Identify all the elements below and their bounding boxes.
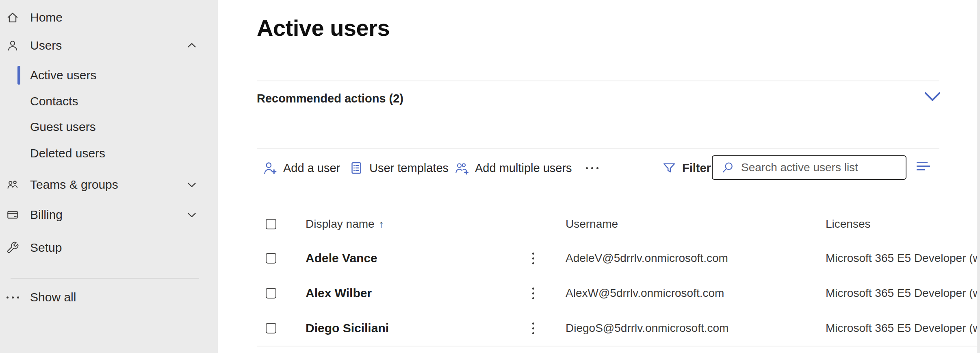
wrench-icon — [6, 241, 20, 255]
section-divider — [257, 81, 939, 81]
search-icon — [721, 161, 735, 174]
column-header-display-name[interactable]: Display name — [306, 218, 375, 231]
filter-funnel-icon — [661, 160, 677, 176]
sidebar-item-active-users[interactable]: Active users — [0, 62, 218, 89]
sidebar-item-label: Teams & groups — [30, 178, 118, 192]
chevron-down-icon — [924, 91, 941, 102]
table-row[interactable]: Diego Siciliani DiegoS@5drrlv.onmicrosof… — [257, 311, 978, 346]
column-header-licenses[interactable]: Licenses — [826, 218, 871, 231]
ellipsis-vertical-icon[interactable] — [530, 285, 537, 302]
sidebar-item-label: Billing — [30, 208, 63, 222]
sidebar-item-label: Guest users — [30, 120, 96, 134]
scrollbar-track[interactable] — [977, 0, 980, 353]
add-multiple-users-icon — [454, 160, 470, 176]
row-checkbox[interactable] — [266, 288, 276, 299]
sidebar-item-label: Setup — [30, 241, 62, 255]
sidebar-item-label: Show all — [30, 290, 76, 304]
toolbar-button-label: Add multiple users — [475, 161, 572, 175]
user-username: AlexW@5drrlv.onmicrosoft.com — [566, 287, 724, 300]
sidebar-item-users[interactable]: Users — [0, 32, 218, 59]
table-header-row: Display name ↑ Username Licenses — [257, 207, 978, 241]
toolbar-button-label: User templates — [369, 161, 449, 175]
row-divider — [257, 346, 978, 346]
user-licenses: Microsoft 365 E5 Developer (without — [826, 322, 978, 335]
table-row[interactable]: Adele Vance AdeleV@5drrlv.onmicrosoft.co… — [257, 241, 978, 276]
sidebar-item-show-all[interactable]: Show all — [0, 284, 218, 311]
user-display-name[interactable]: Alex Wilber — [306, 286, 372, 300]
billing-icon — [6, 208, 20, 222]
row-checkbox[interactable] — [266, 323, 276, 333]
ellipsis-vertical-icon[interactable] — [530, 250, 537, 267]
add-multiple-users-button[interactable]: Add multiple users — [454, 156, 572, 180]
user-licenses: Microsoft 365 E5 Developer (without — [826, 252, 978, 265]
user-username: DiegoS@5drrlv.onmicrosoft.com — [566, 322, 728, 335]
column-header-username[interactable]: Username — [566, 218, 618, 231]
home-icon — [6, 11, 20, 24]
section-divider — [257, 148, 939, 149]
toolbar-button-label: Add a user — [283, 161, 340, 175]
user-username: AdeleV@5drrlv.onmicrosoft.com — [566, 252, 728, 265]
ellipsis-horizontal-icon — [584, 160, 600, 176]
selected-indicator — [17, 66, 20, 85]
sort-ascending-icon: ↑ — [379, 218, 384, 231]
user-display-name[interactable]: Adele Vance — [306, 251, 377, 265]
search-box — [712, 155, 906, 180]
sidebar-item-label: Deleted users — [30, 146, 105, 160]
select-all-checkbox[interactable] — [266, 219, 276, 229]
sidebar-item-deleted-users[interactable]: Deleted users — [0, 140, 218, 167]
ellipsis-vertical-icon[interactable] — [530, 320, 537, 337]
row-checkbox[interactable] — [266, 253, 276, 264]
sidebar-item-setup[interactable]: Setup — [0, 234, 218, 261]
sidebar-item-label: Users — [30, 39, 62, 52]
add-user-icon — [262, 160, 278, 176]
user-display-name[interactable]: Diego Siciliani — [306, 321, 389, 335]
chevron-up-icon — [185, 39, 198, 52]
sidebar-item-label: Active users — [30, 68, 96, 82]
user-licenses: Microsoft 365 E5 Developer (without — [826, 287, 978, 300]
page-title: Active users — [257, 15, 390, 41]
sidebar-item-label: Home — [30, 11, 63, 24]
recommended-actions-expand-button[interactable] — [924, 91, 941, 102]
user-icon — [6, 39, 20, 52]
user-templates-button[interactable]: User templates — [349, 156, 449, 180]
ellipsis-horizontal-icon — [6, 290, 20, 304]
filter-button-label: Filter — [682, 161, 711, 175]
sidebar-item-label: Contacts — [30, 94, 78, 108]
sidebar: Home Users Active users Contacts Guest u… — [0, 0, 218, 353]
sidebar-item-billing[interactable]: Billing — [0, 201, 218, 228]
search-input[interactable] — [740, 161, 896, 174]
filter-button[interactable]: Filter — [661, 156, 711, 180]
table-row[interactable]: Alex Wilber AlexW@5drrlv.onmicrosoft.com… — [257, 276, 978, 311]
sidebar-item-contacts[interactable]: Contacts — [0, 88, 218, 115]
more-actions-button[interactable] — [584, 156, 600, 180]
sidebar-item-teams-groups[interactable]: Teams & groups — [0, 171, 218, 198]
recommended-actions-heading: Recommended actions (2) — [257, 92, 403, 105]
chevron-down-icon — [185, 178, 198, 191]
user-templates-icon — [349, 160, 364, 176]
filter-lines-icon[interactable] — [917, 162, 930, 172]
add-a-user-button[interactable]: Add a user — [262, 156, 340, 180]
chevron-down-icon — [185, 208, 198, 221]
teams-icon — [6, 178, 20, 192]
sidebar-item-guest-users[interactable]: Guest users — [0, 113, 218, 140]
sidebar-item-home[interactable]: Home — [0, 4, 218, 31]
sidebar-divider — [11, 278, 199, 279]
